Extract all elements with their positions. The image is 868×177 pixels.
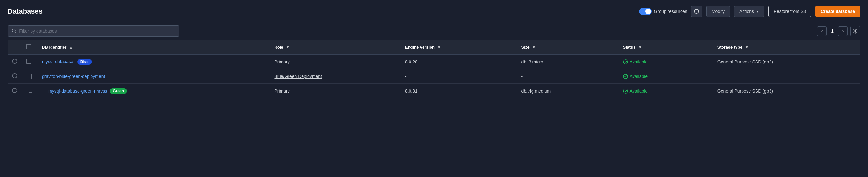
col-radio	[8, 40, 22, 54]
toolbar: Group resources Modify Actions ▼ Restore…	[639, 6, 860, 17]
page-title: Databases	[8, 7, 42, 15]
role-sort-icon: ▼	[286, 45, 290, 49]
size-sort-icon: ▼	[532, 45, 536, 49]
row1-checkbox[interactable]	[26, 59, 31, 64]
row3-size: db.t4g.medium	[517, 84, 619, 98]
row2-role-link[interactable]: Blue/Green Deployment	[274, 74, 321, 79]
row1-role: Primary	[270, 54, 400, 69]
storage-sort-icon: ▼	[745, 45, 749, 49]
db-identifier-sort-icon: ▲	[69, 45, 73, 49]
row2-role: Blue/Green Deployment	[270, 69, 400, 84]
row2-radio-cell	[8, 69, 22, 84]
row3-engine-version: 8.0.31	[401, 84, 517, 98]
row3-check-cell	[22, 84, 37, 98]
col-db-identifier[interactable]: DB identifier ▲	[37, 40, 270, 54]
settings-icon	[853, 29, 858, 34]
table-row: mysql-database Blue Primary 8.0.28 db.t3…	[8, 54, 860, 69]
row3-status-icon	[623, 88, 628, 94]
row1-radio[interactable]	[12, 59, 17, 64]
row2-status-text: Available	[630, 74, 648, 79]
next-page-button[interactable]: ›	[838, 26, 848, 36]
row2-size: -	[517, 69, 619, 84]
row3-radio-cell	[8, 84, 22, 98]
row3-storage-type: General Purpose SSD (gp3)	[713, 84, 860, 98]
col-status[interactable]: Status ▼	[619, 40, 713, 54]
row1-check-cell	[22, 54, 37, 69]
row3-role: Primary	[270, 84, 400, 98]
row2-status: Available	[619, 69, 713, 84]
row1-db-identifier: mysql-database Blue	[37, 54, 270, 69]
row2-db-link[interactable]: graviton-blue-green-deployment	[42, 74, 105, 79]
group-resources-toggle[interactable]	[639, 8, 652, 15]
col-check	[22, 40, 37, 54]
refresh-button[interactable]	[691, 6, 703, 17]
create-database-button[interactable]: Create database	[815, 6, 860, 17]
table-header-row: DB identifier ▲ Role ▼ Engine version ▼ …	[8, 40, 860, 54]
row1-engine-version: 8.0.28	[401, 54, 517, 69]
row2-status-icon	[623, 74, 628, 79]
modify-button[interactable]: Modify	[706, 6, 730, 17]
row1-status: Available	[619, 54, 713, 69]
row1-size: db.t3.micro	[517, 54, 619, 69]
table-row: graviton-blue-green-deployment Blue/Gree…	[8, 69, 860, 84]
col-role[interactable]: Role ▼	[270, 40, 400, 54]
row1-status-text: Available	[630, 59, 648, 64]
group-resources-toggle-wrapper: Group resources	[639, 8, 687, 15]
row1-badge: Blue	[77, 59, 92, 65]
row3-status: Available	[619, 84, 713, 98]
row3-radio[interactable]	[12, 88, 17, 93]
row3-db-link[interactable]: mysql-database-green-nhrvss	[48, 88, 107, 94]
row1-status-icon	[623, 59, 628, 64]
group-resources-label: Group resources	[654, 9, 687, 14]
status-sort-icon: ▼	[638, 45, 642, 49]
prev-page-button[interactable]: ‹	[817, 26, 827, 36]
row3-status-text: Available	[630, 88, 648, 94]
search-input[interactable]	[19, 29, 175, 34]
toggle-knob	[645, 8, 651, 14]
actions-chevron-icon: ▼	[756, 10, 759, 13]
search-icon	[12, 29, 17, 34]
row3-badge: Green	[110, 88, 127, 94]
row2-check-cell	[22, 69, 37, 84]
row2-storage-type	[713, 69, 860, 84]
row2-group-icon	[26, 74, 32, 79]
svg-point-2	[855, 30, 856, 32]
svg-line-1	[15, 32, 16, 33]
refresh-icon	[694, 9, 699, 14]
row2-radio[interactable]	[12, 73, 17, 78]
databases-table: DB identifier ▲ Role ▼ Engine version ▼ …	[8, 40, 860, 98]
row1-storage-type: General Purpose SSD (gp2)	[713, 54, 860, 69]
table-row: mysql-database-green-nhrvss Green Primar…	[8, 84, 860, 98]
engine-sort-icon: ▼	[437, 45, 441, 49]
row2-db-identifier: graviton-blue-green-deployment	[37, 69, 270, 84]
filter-row: ‹ 1 ›	[8, 22, 860, 40]
row2-engine-version: -	[401, 69, 517, 84]
table-settings-button[interactable]	[850, 26, 860, 36]
actions-button[interactable]: Actions ▼	[734, 6, 765, 17]
col-engine-version[interactable]: Engine version ▼	[401, 40, 517, 54]
page-number: 1	[829, 29, 836, 34]
col-storage-type[interactable]: Storage type ▼	[713, 40, 860, 54]
header-checkbox[interactable]	[26, 44, 31, 49]
restore-s3-button[interactable]: Restore from S3	[768, 6, 811, 17]
search-bar[interactable]	[8, 25, 179, 37]
pagination-controls: ‹ 1 ›	[817, 26, 860, 36]
col-size[interactable]: Size ▼	[517, 40, 619, 54]
row3-db-identifier: mysql-database-green-nhrvss Green	[37, 84, 270, 98]
row1-db-link[interactable]: mysql-database	[42, 59, 73, 64]
row1-radio-cell	[8, 54, 22, 69]
